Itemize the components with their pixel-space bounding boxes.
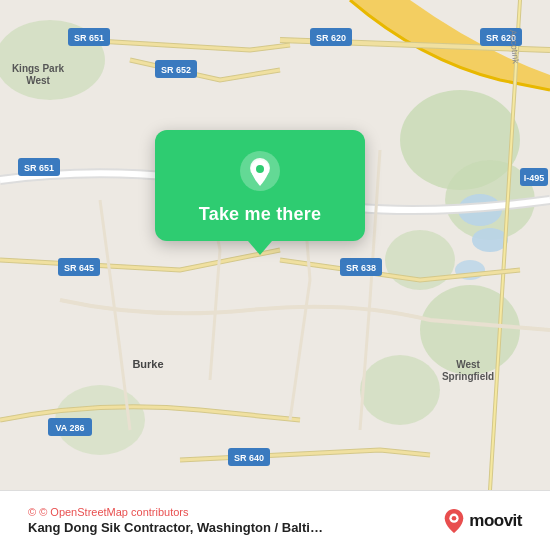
take-me-there-button-label: Take me there	[199, 204, 321, 225]
svg-text:Burke: Burke	[132, 358, 163, 370]
svg-point-9	[472, 228, 508, 252]
svg-text:VA 286: VA 286	[55, 423, 84, 433]
svg-text:West: West	[456, 359, 480, 370]
location-name: Kang Dong Sik Contractor, Washington / B…	[28, 520, 328, 535]
svg-point-41	[452, 515, 457, 520]
svg-text:SR 652: SR 652	[161, 65, 191, 75]
svg-text:Kings Park: Kings Park	[12, 63, 65, 74]
svg-text:SR 620: SR 620	[316, 33, 346, 43]
svg-text:Springfield: Springfield	[442, 371, 494, 382]
svg-point-39	[256, 165, 264, 173]
svg-point-5	[360, 355, 440, 425]
map-container: SR 651 SR 652 SR 620 SR 620 SR 651 SR 64…	[0, 0, 550, 490]
attribution-text: © OpenStreetMap contributors	[39, 506, 188, 518]
moovit-brand-text: moovit	[469, 511, 522, 531]
svg-text:SR 645: SR 645	[64, 263, 94, 273]
svg-text:SR 638: SR 638	[346, 263, 376, 273]
moovit-logo: moovit	[443, 508, 522, 534]
bottom-info: © © OpenStreetMap contributors Kang Dong…	[14, 506, 536, 535]
svg-text:SR 651: SR 651	[24, 163, 54, 173]
take-me-there-popup[interactable]: Take me there	[155, 130, 365, 241]
moovit-pin-icon	[443, 508, 465, 534]
svg-text:SR 651: SR 651	[74, 33, 104, 43]
svg-text:SR 640: SR 640	[234, 453, 264, 463]
svg-text:I-495: I-495	[524, 173, 545, 183]
bottom-bar: © © OpenStreetMap contributors Kang Dong…	[0, 490, 550, 550]
svg-text:West: West	[26, 75, 50, 86]
map-attribution: © © OpenStreetMap contributors	[28, 506, 328, 518]
attribution-copyright: ©	[28, 506, 36, 518]
location-pin-icon	[237, 148, 283, 194]
